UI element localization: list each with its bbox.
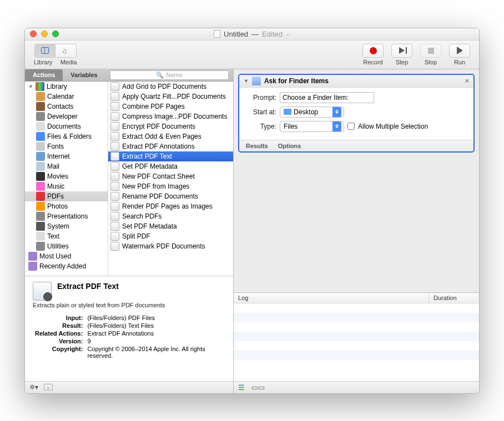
- action-list-item[interactable]: Encrypt PDF Documents: [108, 121, 233, 131]
- category-icon: [28, 262, 37, 271]
- action-label: Split PDF: [122, 232, 150, 240]
- chevron-updown-icon: [332, 107, 341, 117]
- category-icon: [36, 152, 45, 161]
- copyright-value: Copyright © 2006–2014 Apple Inc. All rig…: [85, 345, 225, 359]
- collapse-detail-button[interactable]: ⌄: [44, 384, 53, 390]
- category-icon: [36, 102, 45, 111]
- tree-item-label: Internet: [47, 153, 70, 160]
- action-icon: [110, 142, 119, 151]
- action-list-item[interactable]: Extract Odd & Even Pages: [108, 131, 233, 141]
- tree-item[interactable]: System: [25, 221, 108, 231]
- allow-multiple-checkbox[interactable]: [347, 123, 355, 130]
- tree-item-label: Contacts: [47, 103, 73, 110]
- tree-item[interactable]: Recently Added: [25, 261, 108, 271]
- action-label: Set PDF Metadata: [122, 222, 177, 230]
- tree-item-label: Recently Added: [39, 262, 86, 270]
- prompt-field[interactable]: [280, 92, 374, 103]
- tree-item[interactable]: Calendar: [25, 92, 108, 102]
- step-icon: [399, 47, 405, 54]
- library-tree[interactable]: ▼LibraryCalendarContactsDeveloperDocumen…: [25, 82, 108, 276]
- tree-item[interactable]: Presentations: [25, 211, 108, 221]
- step-button[interactable]: [391, 44, 412, 58]
- category-icon: [36, 92, 45, 101]
- media-toggle-button[interactable]: [56, 44, 77, 58]
- action-label: Encrypt PDF Documents: [122, 123, 195, 130]
- category-icon: [36, 202, 45, 211]
- log-column-header[interactable]: Log: [234, 293, 429, 303]
- log-panel: Log Duration: [234, 292, 479, 381]
- prompt-label: Prompt:: [246, 94, 276, 102]
- record-button[interactable]: [362, 44, 384, 58]
- library-toggle-button[interactable]: [34, 44, 56, 58]
- tree-item[interactable]: Utilities: [25, 241, 108, 251]
- action-list-item[interactable]: Render PDF Pages as Images: [108, 201, 233, 211]
- action-list-item[interactable]: Search PDFs: [108, 211, 233, 221]
- workflow-action-card[interactable]: ▼ Ask for Finder Items × Prompt: Start a…: [238, 74, 475, 153]
- action-list-item[interactable]: Watermark PDF Documents: [108, 241, 233, 251]
- tree-library-root[interactable]: ▼Library: [25, 82, 108, 92]
- options-tab[interactable]: Options: [278, 143, 301, 149]
- tab-actions[interactable]: Actions: [25, 69, 63, 81]
- tree-item[interactable]: Fonts: [25, 141, 108, 151]
- tree-item-label: Most Used: [39, 252, 71, 260]
- action-list-item[interactable]: Extract PDF Annotations: [108, 141, 233, 151]
- action-list-item[interactable]: Apply Quartz Filt...PDF Documents: [108, 92, 233, 102]
- workflow-view-button[interactable]: ☰: [238, 383, 245, 392]
- tree-item-label: Developer: [47, 113, 78, 120]
- stop-button: [420, 44, 441, 58]
- variables-view-button[interactable]: ▭▭: [251, 383, 265, 392]
- action-list-item[interactable]: Add Grid to PDF Documents: [108, 82, 233, 92]
- action-list-item[interactable]: New PDF from Images: [108, 181, 233, 191]
- action-list-item[interactable]: Extract PDF Text: [108, 151, 233, 161]
- tree-item[interactable]: Mail: [25, 161, 108, 171]
- disclosure-triangle-icon[interactable]: ▼: [28, 84, 33, 89]
- category-icon: [36, 172, 45, 181]
- tree-item[interactable]: Developer: [25, 111, 108, 121]
- title-chevron-icon[interactable]: ⌄: [286, 31, 290, 37]
- tree-item[interactable]: Text: [25, 231, 108, 241]
- tree-item-label: Movies: [47, 173, 68, 180]
- log-body: [234, 303, 479, 381]
- tree-item[interactable]: Files & Folders: [25, 131, 108, 141]
- action-list-item[interactable]: Combine PDF Pages: [108, 102, 233, 111]
- action-detail-panel: Extract PDF Text Extracts plain or style…: [25, 276, 233, 381]
- search-placeholder: Name: [166, 72, 182, 78]
- workflow-canvas[interactable]: ▼ Ask for Finder Items × Prompt: Start a…: [234, 69, 479, 292]
- tree-item[interactable]: Documents: [25, 121, 108, 131]
- action-list-item[interactable]: Split PDF: [108, 231, 233, 241]
- tree-item[interactable]: Movies: [25, 171, 108, 181]
- type-popup[interactable]: Files: [280, 121, 344, 132]
- input-value: (Files/Folders) PDF Files: [85, 314, 225, 322]
- action-title: Ask for Finder Items: [264, 77, 329, 85]
- action-list-item[interactable]: New PDF Contact Sheet: [108, 171, 233, 181]
- run-label: Run: [454, 59, 465, 65]
- results-tab[interactable]: Results: [246, 143, 268, 149]
- disclosure-triangle-icon[interactable]: ▼: [244, 78, 249, 84]
- action-icon: [110, 202, 119, 211]
- play-icon: [457, 47, 463, 54]
- tree-item[interactable]: Contacts: [25, 102, 108, 111]
- actions-list[interactable]: Add Grid to PDF DocumentsApply Quartz Fi…: [108, 82, 233, 276]
- action-list-item[interactable]: Get PDF Metadata: [108, 161, 233, 171]
- tab-variables[interactable]: Variables: [63, 69, 105, 81]
- automator-window: Untitled — Edited ⌄ LibraryMedia Record …: [24, 28, 480, 394]
- copyright-key: Copyright:: [33, 345, 85, 359]
- media-icon: [62, 47, 69, 54]
- duration-column-header[interactable]: Duration: [429, 293, 479, 303]
- action-list-item[interactable]: Compress Image...PDF Documents: [108, 111, 233, 121]
- search-input[interactable]: 🔍Name: [110, 70, 229, 80]
- run-button[interactable]: [449, 44, 470, 58]
- tree-item[interactable]: Photos: [25, 201, 108, 211]
- tree-item[interactable]: Internet: [25, 151, 108, 161]
- document-icon: [214, 30, 220, 38]
- category-icon: [36, 212, 45, 221]
- start-at-popup[interactable]: Desktop: [280, 106, 344, 118]
- category-icon: [36, 182, 45, 191]
- tree-item[interactable]: Music: [25, 181, 108, 191]
- action-list-item[interactable]: Rename PDF Documents: [108, 191, 233, 201]
- gear-menu-button[interactable]: ✲▾: [29, 383, 38, 391]
- tree-item[interactable]: Most Used: [25, 251, 108, 261]
- remove-action-button[interactable]: ×: [465, 77, 469, 85]
- action-list-item[interactable]: Set PDF Metadata: [108, 221, 233, 231]
- tree-item[interactable]: PDFs: [25, 191, 108, 201]
